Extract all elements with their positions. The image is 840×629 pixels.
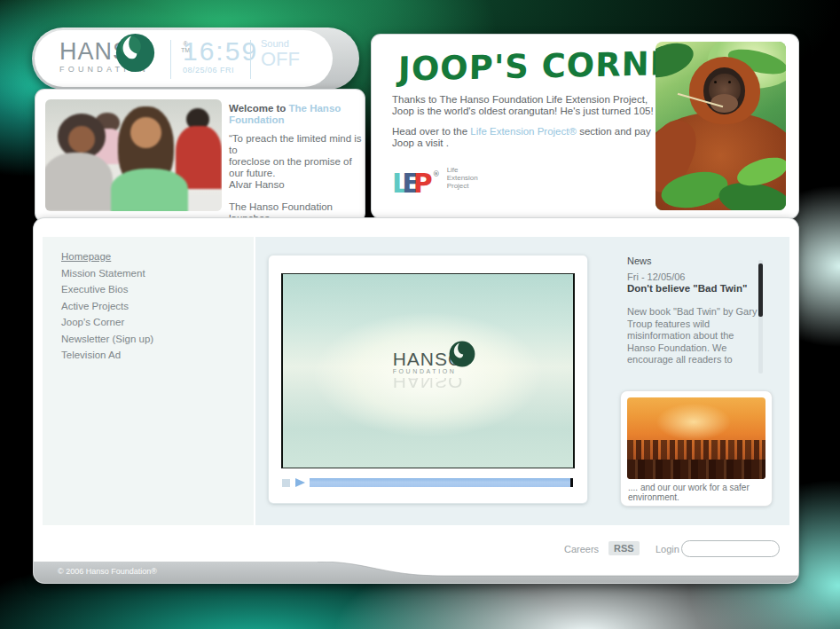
news-date: Fri - 12/05/06 (627, 271, 762, 282)
news-headline: Don't believe "Bad Twin" (627, 283, 762, 294)
news-body: New book "Bad Twin" by Gary Troup featur… (627, 306, 762, 371)
video-logo-division: FOUNDATION (393, 368, 464, 374)
news-title: News (627, 256, 762, 266)
lep-letter-p: P (413, 168, 433, 199)
careers-link[interactable]: Careers (564, 544, 599, 554)
video-play-button[interactable] (295, 478, 305, 487)
sidebar: Homepage Mission Statement Executive Bio… (43, 237, 254, 525)
video-hanso-logo: HANSO FOUNDATION (393, 350, 464, 374)
sound-toggle[interactable]: Sound OFF (261, 39, 300, 70)
video-screen[interactable]: HANSO FOUNDATION HANSO FOUNDATION (281, 273, 575, 468)
founder-quote: “To preach the limited mind is to forecl… (229, 133, 362, 191)
joop-paragraph-2: Head over to the Life Extension Project®… (392, 126, 651, 148)
environment-card: .... and our our work for a safer enviro… (621, 391, 772, 506)
video-progress-bar[interactable] (310, 478, 573, 487)
sidebar-item-joops-corner[interactable]: Joop's Corner (61, 314, 153, 331)
clock-date: 08/25/06 FRI (183, 66, 258, 75)
joops-corner-card: JOOP'S CORNER Thanks to The Hanso Founda… (372, 35, 798, 218)
sidebar-nav: Homepage Mission Statement Executive Bio… (61, 248, 153, 364)
main-content-card: Homepage Mission Statement Executive Bio… (34, 218, 798, 583)
video-hanso-sphere-icon (449, 341, 475, 367)
sound-state: OFF (261, 49, 300, 70)
header-divider (250, 40, 251, 79)
video-player-card: HANSO FOUNDATION HANSO FOUNDATION (269, 256, 587, 503)
joop-paragraph-1: Thanks to The Hanso Foundation Life Exte… (392, 94, 654, 116)
copyright-text: © 2006 Hanso Foundation® (58, 567, 157, 576)
hanso-foundation-page: HANSO FOUNDATION ® TM 16:59 08/25/06 FRI (0, 0, 840, 629)
welcome-title-prefix: Welcome to (229, 103, 289, 114)
header-bar: HANSO FOUNDATION ® TM 16:59 08/25/06 FRI (32, 28, 359, 90)
environment-caption: .... and our our work for a safer enviro… (628, 483, 750, 502)
login-label: Login (656, 544, 679, 554)
joop-p2-before: Head over to the (392, 126, 470, 137)
hanso-logo: HANSO FOUNDATION ® TM (59, 40, 149, 74)
rss-button[interactable]: RSS (608, 541, 640, 555)
lep-label: Life Extension Project (447, 166, 478, 190)
lep-reg-mark: ® (433, 170, 440, 178)
header-divider (170, 40, 171, 79)
sidebar-item-television-ad[interactable]: Television Ad (61, 347, 153, 364)
news-scrollbar[interactable] (758, 260, 763, 373)
sidebar-item-active-projects[interactable]: Active Projects (61, 298, 153, 315)
lep-logo: LEP® Life Extension Project (392, 161, 478, 197)
news-scrollbar-thumb[interactable] (758, 263, 763, 317)
sidebar-item-mission-statement[interactable]: Mission Statement (61, 265, 153, 282)
classroom-photo (45, 99, 222, 211)
clock-widget: 16:59 08/25/06 FRI (183, 37, 258, 75)
sidebar-item-homepage[interactable]: Homepage (61, 248, 153, 265)
welcome-title: Welcome to The Hanso Foundation (229, 103, 362, 126)
welcome-card: Welcome to The Hanso Foundation “To prea… (35, 90, 365, 222)
bottom-bar: © 2006 Hanso Foundation® (34, 562, 798, 583)
login-input[interactable] (681, 540, 780, 557)
header-inner: HANSO FOUNDATION ® TM 16:59 08/25/06 FRI (35, 30, 333, 87)
sidebar-item-newsletter[interactable]: Newsletter (Sign up) (61, 331, 153, 348)
life-extension-project-link[interactable]: Life Extension Project® (470, 126, 577, 137)
lep-letters: LEP® (392, 161, 440, 197)
clock-time: 16:59 (183, 37, 258, 66)
video-stop-button[interactable] (282, 479, 290, 487)
news-panel: News Fri - 12/05/06 Don't believe "Bad T… (627, 256, 762, 371)
orangutan-photo (656, 42, 786, 210)
sidebar-item-executive-bios[interactable]: Executive Bios (61, 281, 153, 298)
hanso-sphere-icon (115, 33, 155, 73)
joops-corner-heading: JOOP'S CORNER (398, 43, 700, 88)
cityscape-photo (627, 397, 765, 479)
